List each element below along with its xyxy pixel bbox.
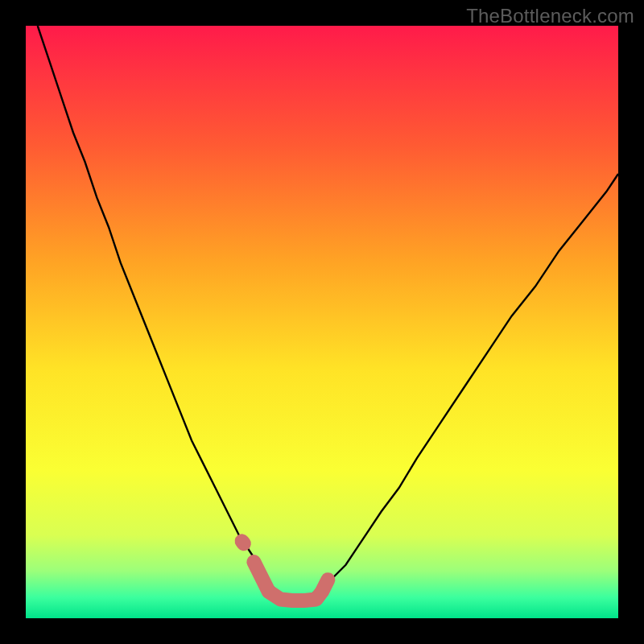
series-right-curve [310, 174, 618, 595]
series-pink-dot-left [242, 541, 244, 543]
watermark-text: TheBottleneck.com [466, 5, 634, 27]
plot-area [26, 26, 618, 618]
chart-frame: TheBottleneck.com [0, 0, 644, 644]
curve-layer [26, 26, 618, 618]
series-pink-marker-band [254, 562, 328, 601]
series-left-curve [38, 26, 281, 595]
